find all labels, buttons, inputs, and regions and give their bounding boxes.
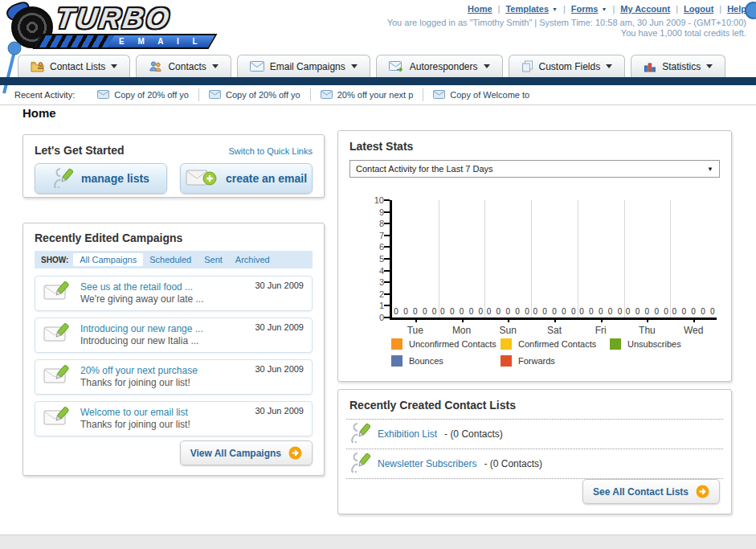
logo-title: TURBO — [54, 2, 174, 35]
y-axis-tick-label: 0 — [363, 313, 384, 322]
campaign-title-link[interactable]: Welcome to our email list — [80, 407, 190, 419]
data-value: 0 — [691, 307, 696, 316]
data-value: 0 — [542, 307, 547, 316]
chevron-down-icon — [606, 64, 612, 68]
users-icon — [149, 60, 162, 72]
legend-item: Bounces — [391, 355, 501, 367]
envelope-pencil-icon — [43, 363, 72, 391]
separator: | — [563, 4, 566, 14]
tab-email-campaigns[interactable]: Email Campaigns — [237, 55, 370, 77]
view-all-campaigns-button[interactable]: View All Campaigns — [180, 440, 313, 465]
stats-period-select[interactable]: Contact Activity for the Last 7 Days ▼ — [349, 160, 720, 178]
data-labels: 00000 — [579, 307, 622, 316]
legend-swatch — [501, 355, 512, 367]
see-all-contact-lists-label: See All Contact Lists — [593, 486, 689, 498]
campaign-row[interactable]: 20% off your next purchaseThanks for joi… — [35, 359, 313, 395]
recent-activity-items: Copy of 20% off yoCopy of 20% off yo20% … — [88, 85, 539, 104]
y-axis-tick — [384, 199, 390, 201]
manage-lists-button[interactable]: manage lists — [35, 163, 167, 194]
data-value: 0 — [645, 307, 650, 316]
nav-link-templates[interactable]: Templates — [505, 4, 549, 14]
campaign-title-link[interactable]: Introducing our new range ... — [80, 323, 203, 335]
tab-contacts[interactable]: Contacts — [136, 55, 231, 77]
recent-campaigns-panel: Recently Edited Campaigns SHOW: All Camp… — [22, 223, 325, 476]
switch-quick-links-link[interactable]: Switch to Quick Links — [228, 146, 313, 156]
envelope-pencil-icon — [43, 280, 72, 307]
contact-list-link[interactable]: Newsletter Subscribers — [378, 458, 476, 469]
chart-day-group: 00000Mon — [439, 200, 485, 318]
data-value: 0 — [450, 307, 455, 316]
separator: | — [612, 4, 615, 14]
filter-sent[interactable]: Sent — [198, 253, 229, 266]
campaign-row[interactable]: Introducing our new range ...Introducing… — [35, 318, 313, 353]
legend-item: Unconfirmed Contacts — [391, 338, 501, 350]
campaign-row[interactable]: Welcome to our email listThanks for join… — [35, 401, 313, 436]
view-all-campaigns-label: View All Campaigns — [190, 448, 281, 459]
person-pencil-icon — [349, 451, 370, 477]
y-axis-tick-label: 5 — [363, 254, 384, 264]
data-value: 0 — [589, 307, 594, 316]
nav-link-forms[interactable]: Forms — [571, 4, 599, 14]
y-axis-tick — [384, 293, 390, 295]
campaign-date: 30 Jun 2009 — [255, 406, 304, 416]
recent-activity-item[interactable]: 20% off your next p — [311, 88, 424, 101]
chart-day-group: 00000Sun — [484, 200, 531, 318]
nav-link-home[interactable]: Home — [468, 4, 492, 14]
x-axis-label: Wed — [670, 325, 717, 336]
data-value: 0 — [423, 307, 427, 316]
legend-item: Forwards — [501, 355, 610, 367]
filter-scheduled[interactable]: Scheduled — [143, 253, 198, 266]
activity-item-label: Copy of 20% off yo — [114, 90, 189, 100]
legend-swatch — [501, 338, 512, 350]
create-email-button[interactable]: create an email — [180, 163, 313, 194]
tab-label: Email Campaigns — [270, 61, 345, 72]
recent-activity-bar: Recent Activity: Copy of 20% off yoCopy … — [0, 85, 756, 105]
tab-custom-fields[interactable]: Custom Fields — [509, 55, 626, 77]
nav-link-logout[interactable]: Logout — [684, 4, 713, 14]
turbo-email-logo: TURBO E M A I L — [5, 2, 222, 50]
data-value: 0 — [626, 307, 631, 316]
page-title: Home — [22, 106, 56, 120]
campaign-subtitle: Introducing our new Italia ... — [80, 335, 203, 347]
data-value: 0 — [552, 307, 557, 316]
campaign-filter-bar: SHOW: All CampaignsScheduledSentArchived — [35, 251, 313, 268]
tab-autoresponders[interactable]: Autoresponders — [376, 55, 503, 77]
contact-list-link[interactable]: Exhibition List — [378, 428, 437, 440]
chevron-down-icon — [484, 64, 490, 68]
contact-list-item[interactable]: Exhibition List- (0 Contacts) — [338, 420, 731, 449]
data-value: 0 — [479, 307, 484, 316]
recent-activity-item[interactable]: Copy of 20% off yo — [88, 88, 199, 101]
campaign-title-link[interactable]: See us at the retail food ... — [80, 281, 203, 293]
campaign-row[interactable]: See us at the retail food ...We're givin… — [35, 276, 313, 311]
legend-label: Unconfirmed Contacts — [409, 339, 497, 349]
recent-activity-item[interactable]: Copy of Welcome to — [423, 88, 539, 101]
help-bubble-icon[interactable] — [745, 2, 756, 19]
envelope-icon — [250, 61, 264, 72]
recent-activity-label: Recent Activity: — [14, 90, 75, 100]
see-all-contact-lists-button[interactable]: See All Contact Lists — [582, 479, 720, 504]
envelope-icon — [97, 90, 109, 100]
data-value: 0 — [394, 307, 398, 316]
y-axis-tick-label: 9 — [363, 207, 384, 217]
stats-period-value: Contact Activity for the Last 7 Days — [356, 164, 493, 174]
filter-all-campaigns[interactable]: All Campaigns — [73, 253, 143, 266]
nav-link-my-account[interactable]: My Account — [620, 4, 670, 14]
x-axis-label: Mon — [439, 325, 485, 336]
tab-statistics[interactable]: Statistics — [631, 55, 725, 77]
get-started-title: Let's Get Started — [35, 144, 124, 157]
legend-label: Unsubscribes — [627, 339, 681, 349]
folder-user-icon — [31, 60, 44, 72]
envelope-pencil-icon — [43, 405, 72, 432]
filter-archived[interactable]: Archived — [229, 253, 276, 266]
recent-activity-item[interactable]: Copy of 20% off yo — [199, 88, 311, 101]
manage-lists-label: manage lists — [81, 172, 149, 185]
tab-contact-lists[interactable]: Contact Lists — [18, 55, 130, 77]
campaign-title-link[interactable]: 20% off your next purchase — [80, 365, 198, 377]
x-axis-label: Sun — [484, 325, 531, 336]
nav-link-help[interactable]: Help — [727, 4, 746, 14]
legend-swatch — [610, 338, 621, 350]
y-axis-tick-label: 4 — [363, 266, 384, 276]
separator: | — [719, 4, 721, 14]
data-value: 0 — [571, 307, 576, 316]
contact-list-item[interactable]: Newsletter Subscribers- (0 Contacts) — [338, 449, 731, 478]
